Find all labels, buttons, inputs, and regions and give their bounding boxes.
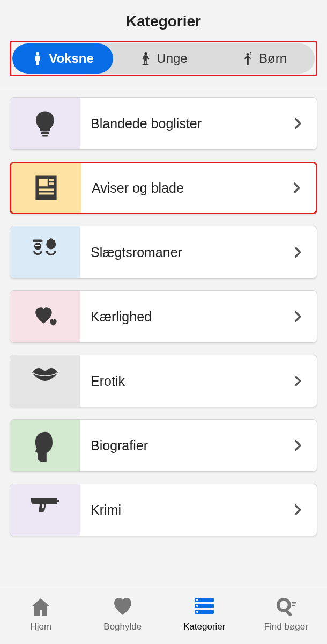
category-row[interactable]: Slægtsromaner — [10, 226, 317, 279]
category-icon-box — [10, 484, 80, 536]
child-icon — [242, 52, 254, 65]
svg-rect-7 — [33, 239, 43, 241]
nav-kategorier[interactable]: Kategorier — [164, 584, 246, 644]
chevron-right-icon — [290, 245, 305, 260]
tab-voksne[interactable]: Voksne — [12, 43, 113, 74]
nav-label: Hjem — [30, 621, 51, 632]
nav-label: Kategorier — [183, 621, 225, 632]
nav-label: Find bøger — [264, 621, 308, 632]
nav-hjem[interactable]: Hjem — [0, 584, 82, 644]
heart-icon — [112, 597, 133, 617]
category-row[interactable]: Krimi — [10, 484, 317, 536]
category-row[interactable]: Biografier — [10, 419, 317, 472]
svg-rect-23 — [292, 602, 296, 603]
svg-point-18 — [196, 599, 198, 601]
category-icon-box — [10, 291, 80, 342]
svg-rect-2 — [143, 64, 149, 65]
audience-tabs: VoksneUngeBørn — [12, 43, 315, 74]
category-icon-box — [10, 98, 80, 149]
svg-rect-14 — [42, 504, 44, 508]
category-row[interactable]: Kærlighed — [10, 290, 317, 343]
newspaper-icon — [31, 173, 61, 203]
chevron-right-icon — [290, 438, 305, 453]
tab-børn[interactable]: Børn — [214, 43, 315, 74]
ancestors-icon — [30, 237, 60, 267]
svg-point-20 — [196, 611, 198, 613]
hearts-icon — [30, 302, 60, 332]
chevron-right-icon — [290, 309, 305, 324]
bulb-icon — [30, 108, 60, 138]
category-label: Erotik — [80, 374, 290, 389]
category-icon-box — [10, 355, 80, 407]
profile-icon — [30, 430, 60, 460]
gun-icon — [30, 495, 60, 525]
nav-label: Boghylde — [103, 621, 142, 632]
category-icon-box — [10, 420, 80, 471]
chevron-right-icon — [290, 116, 305, 131]
category-row[interactable]: Blandede boglister — [10, 97, 317, 150]
svg-point-3 — [247, 53, 249, 56]
page-header: Kategorier — [0, 0, 327, 41]
tab-unge[interactable]: Unge — [113, 43, 214, 74]
category-label: Kærlighed — [80, 309, 290, 325]
category-label: Krimi — [80, 502, 290, 518]
chevron-right-icon — [289, 180, 304, 195]
chevron-right-icon — [290, 374, 305, 389]
svg-point-21 — [278, 599, 289, 610]
category-label: Slægtsromaner — [80, 245, 290, 260]
category-icon-box — [10, 226, 80, 278]
category-icon-box — [11, 163, 81, 213]
svg-point-0 — [36, 52, 39, 55]
tab-label: Børn — [259, 51, 287, 66]
adult-icon — [32, 52, 43, 65]
category-label: Biografier — [80, 438, 290, 453]
lips-icon — [30, 366, 60, 396]
svg-point-13 — [49, 238, 53, 242]
svg-rect-5 — [41, 131, 49, 134]
audience-tabs-highlight: VoksneUngeBørn — [10, 41, 317, 76]
chevron-right-icon — [290, 502, 305, 517]
list-icon — [194, 597, 215, 617]
teen-icon — [139, 52, 151, 65]
svg-point-1 — [145, 52, 147, 55]
svg-point-4 — [250, 52, 251, 53]
svg-rect-6 — [42, 135, 48, 137]
nav-find-bøger[interactable]: Find bøger — [246, 584, 328, 644]
category-label: Blandede boglister — [80, 116, 290, 131]
search-icon — [276, 597, 297, 617]
nav-boghylde[interactable]: Boghylde — [82, 584, 164, 644]
bottom-nav: HjemBoghyldeKategorierFind bøger — [0, 584, 327, 644]
category-label: Aviser og blade — [81, 180, 289, 196]
svg-rect-9 — [35, 245, 40, 246]
svg-rect-24 — [292, 605, 295, 606]
category-list: Blandede boglisterAviser og bladeSlægtsr… — [0, 86, 327, 536]
tab-label: Unge — [157, 51, 187, 66]
page-title: Kategorier — [0, 13, 327, 30]
home-icon — [30, 597, 51, 617]
category-row[interactable]: Aviser og blade — [10, 162, 317, 214]
category-row[interactable]: Erotik — [10, 355, 317, 407]
svg-rect-22 — [285, 609, 292, 616]
svg-point-19 — [196, 605, 198, 607]
tab-label: Voksne — [49, 51, 94, 66]
